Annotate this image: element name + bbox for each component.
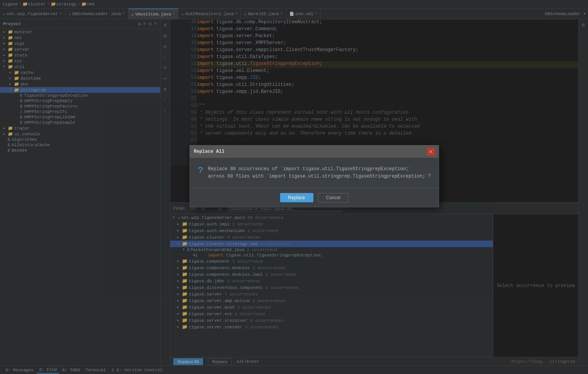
occ-arrow-cluster: ▶	[177, 235, 181, 239]
dialog-replace-button[interactable]: Replace	[280, 193, 313, 202]
occ-item-server[interactable]: ▶ 📁 tigase.server 7 occurrences	[170, 291, 493, 297]
occ-item-compmod[interactable]: ▶ 📁 tigase.component.modules 2 occurrenc…	[170, 265, 493, 271]
tree-item-base64[interactable]: C Base64	[0, 148, 160, 153]
occ-item-component[interactable]: ▶ 📁 tigase.component 1 occurrence	[170, 258, 493, 265]
tree-item-tracer[interactable]: ▶ 📁 tracer	[0, 125, 160, 131]
tab-close-5[interactable]: ×	[315, 12, 317, 16]
replace-button[interactable]: Replace	[208, 358, 232, 365]
occ-icon-compmodimpl: 📁	[182, 272, 188, 277]
tab-close-1[interactable]: ×	[123, 12, 125, 16]
occ-label-codeline: 41 import tigase.util.TigaseStringprepEx…	[193, 253, 323, 258]
dialog-cancel-button[interactable]: Cancel	[318, 193, 349, 202]
tab-pomxml[interactable]: 📄 pom.xml ×	[286, 9, 321, 19]
line-content-55: import tigase.util.StringUtilities;	[197, 82, 578, 89]
occurrences-panel: ▼ ☕ net.w2p.TigaseServer.main 65 occurre…	[170, 214, 578, 357]
tree-item-algorithms[interactable]: C Algorithms	[0, 137, 160, 142]
tree-item-allhistorycache[interactable]: C AllHistoryCache	[0, 142, 160, 148]
status-find[interactable]: 3: Find	[37, 367, 59, 374]
tree-item-util[interactable]: ▼ 📁 util	[0, 64, 160, 70]
breadcrumb-cmd[interactable]: cmd	[87, 2, 94, 7]
gear-icon[interactable]: ⚙	[138, 21, 141, 27]
tab-vhostitem[interactable]: ☕ VHostItem.java ×	[128, 9, 178, 19]
group-icon[interactable]: ≡	[162, 64, 168, 72]
occ-arrow-codeline	[188, 253, 192, 257]
right-icon-1[interactable]: ⊞	[581, 21, 586, 29]
tree-item-osgi[interactable]: ▶ 📁 osgi	[0, 41, 160, 46]
line-num-59: 59	[170, 110, 197, 117]
occ-item-authmech[interactable]: ▶ 📁 tigase.auth.mechanisms 1 occurrence	[170, 227, 493, 234]
tab-extra[interactable]: DBSchemaLoader ▾	[542, 9, 588, 19]
occ-item-dbjdbc[interactable]: ▶ 📁 tigase.db.jdbc 2 occurrences	[170, 278, 493, 284]
tree-item-net[interactable]: ▶ 📁 net	[0, 35, 160, 41]
settings-icon[interactable]: ≡	[144, 21, 147, 27]
expand-icon[interactable]: ⊕	[162, 85, 168, 94]
occ-codeline-41[interactable]: 41 import tigase.util.TigaseStringprepEx…	[170, 253, 493, 258]
tree-item-stringprep[interactable]: ▼ 📁 stringprep	[0, 87, 160, 93]
occ-label-clusterstratcmd: tigase.cluster.strategy.cmd 1 occurrence	[189, 242, 291, 246]
breadcrumb-tigase[interactable]: tigase	[2, 2, 18, 7]
tree-item-monitor[interactable]: ▶ 📁 monitor	[0, 29, 160, 35]
tab-close-4[interactable]: ×	[280, 12, 283, 16]
occ-item-sreceiver[interactable]: ▶ 📁 tigase.server.sreceiver 6 occurrence…	[170, 317, 493, 324]
tree-item-datetime[interactable]: ▶ 📁 datetime	[0, 75, 160, 81]
tree-item-sys[interactable]: ▶ 📁 sys	[0, 58, 160, 64]
tree-item-ui-console[interactable]: ▶ 📁 ui.console	[0, 131, 160, 137]
occ-item-bosh[interactable]: ▶ 📁 tigase.server.bosh 2 occurrences	[170, 304, 493, 311]
close-panel-icon[interactable]: ×	[154, 21, 157, 27]
line-num-63: 63	[170, 138, 197, 145]
occ-label-ssender: tigase.server.ssender 3 occurrences	[189, 325, 278, 330]
tree-item-server[interactable]: ▶ 📁 server	[0, 46, 160, 52]
tab-barejid[interactable]: ☕ BareJID.java ×	[241, 9, 286, 19]
occ-item-packetforward[interactable]: ▼ C PacketForwardCmd.java 1 occurrence	[170, 247, 493, 253]
tree-label-stringprep: stringprep	[21, 88, 46, 92]
occ-item-ampact[interactable]: ▶ 📁 tigase.server.amp.action 2 occurrenc…	[170, 297, 493, 304]
filter-icon[interactable]: ⊞	[162, 32, 168, 40]
status-messages[interactable]: 0: Messages	[3, 367, 36, 373]
tree-item-tigasestringprepexception[interactable]: C TigaseStringprepException	[0, 93, 160, 98]
breadcrumb-strategy[interactable]: strategy	[56, 2, 77, 7]
occ-item-main[interactable]: ▼ ☕ net.w2p.TigaseServer.main 65 occurre…	[170, 214, 493, 221]
line-48: 48 import tigase.server.Packet;	[170, 33, 578, 40]
wrap-icon[interactable]: ↩	[162, 74, 168, 83]
occ-item-compmodimpl[interactable]: ▶ 📁 tigase.component.modules.impl 1 occu…	[170, 271, 493, 278]
occ-item-ssender[interactable]: ▶ 📁 tigase.server.ssender 3 occurrences	[170, 324, 493, 330]
tab-close-3[interactable]: ×	[235, 12, 238, 16]
dialog-close-button[interactable]: ×	[427, 148, 435, 155]
tab-tigaseserver[interactable]: ☕ net.w2p.TigaseServer ×	[0, 9, 65, 19]
tree-item-cache[interactable]: ▶ 📁 cache	[0, 70, 160, 75]
breadcrumb-cluster[interactable]: cluster	[28, 2, 46, 7]
tree-item-stats[interactable]: ▶ 📁 stats	[0, 52, 160, 58]
occ-item-authimpl[interactable]: ▶ 📁 tigase.auth.impl 1 occurrence	[170, 221, 493, 227]
occ-item-cluster[interactable]: ▶ 📁 tigase.cluster 4 occurrences	[170, 234, 493, 241]
occ-item-distevtbus[interactable]: ▶ 📁 tigase.disteventbus.component 4 occu…	[170, 284, 493, 291]
tab-close-2[interactable]: ×	[173, 12, 175, 16]
code-table: 46 import tigase.db.comp.RepositoryItemA…	[170, 19, 578, 166]
diff-icon[interactable]: ⊟	[162, 43, 168, 51]
occ-item-ext[interactable]: ▶ 📁 tigase.server.ext 1 occurrence	[170, 311, 493, 317]
line-num-49: 49	[170, 40, 197, 47]
bookmark-icon[interactable]: ⚙	[162, 21, 168, 29]
prev-icon[interactable]: ↑	[162, 96, 168, 104]
occ-arrow-server: ▶	[177, 292, 181, 296]
status-terminal[interactable]: Terminal	[83, 367, 108, 373]
tree-item-xmppspif[interactable]: I XMPPStringPrepIfc	[0, 109, 160, 114]
occ-item-clusterstratcmd[interactable]: ▼ 📁 tigase.cluster.strategy.cmd 1 occurr…	[170, 241, 493, 247]
tree-item-xmppspf[interactable]: C XMPPStringPrepFactory	[0, 104, 160, 109]
next-icon[interactable]: ↓	[162, 106, 168, 114]
tree-item-xmppsplibidm[interactable]: C XMPPStringPrepLibIDN	[0, 114, 160, 120]
tab-dbschemaloader[interactable]: ☕ DBSchemaLoader.java ×	[65, 9, 128, 19]
occ-icon-packetforward: C	[187, 248, 190, 252]
status-todo[interactable]: 6: TODO	[60, 367, 82, 373]
nav-back-icon[interactable]: ←	[162, 53, 168, 61]
tree-item-xmppspsimp[interactable]: C XMPPStringPrepSimple	[0, 120, 160, 125]
status-vcs[interactable]: 1 8: Version Control	[109, 367, 165, 373]
config-icon[interactable]: ⚙	[149, 21, 152, 27]
line-num-52: 52	[170, 61, 197, 68]
tab-close-0[interactable]: ×	[60, 12, 62, 16]
tree-item-dns[interactable]: ▶ 📁 dns	[0, 81, 160, 87]
replace-all-button[interactable]: Replace All	[173, 358, 203, 365]
breadcrumb-icon3: 📁	[81, 2, 87, 7]
tab-authrepository[interactable]: ☕ AuthRepository.java ×	[178, 9, 241, 19]
tree-item-xmppspe[interactable]: C XMPPStringPrepEmpty	[0, 98, 160, 104]
tree-arrow-datetime: ▶	[9, 76, 13, 80]
